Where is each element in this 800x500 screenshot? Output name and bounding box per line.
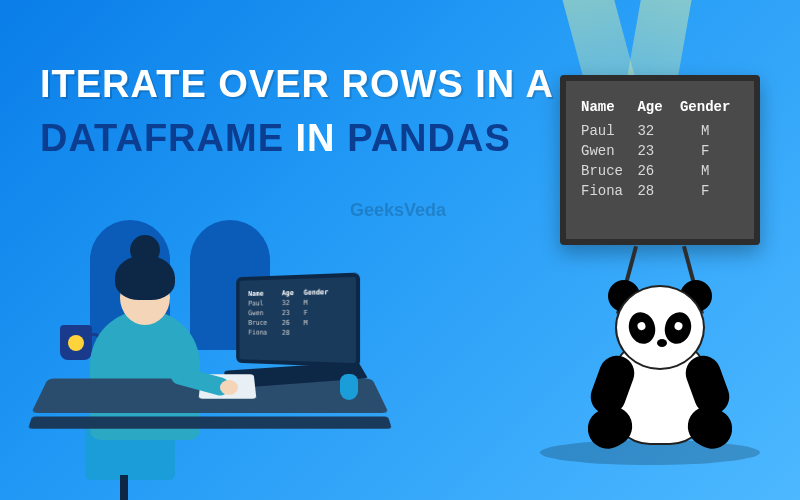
- table-row: Fiona 28 F: [581, 181, 739, 201]
- table-row: Gwen 23 F: [581, 141, 739, 161]
- coffee-mug-icon: [60, 325, 92, 360]
- python-logo-icon: [68, 335, 84, 351]
- dataframe-chalkboard: Name Age Gender Paul 32 M Gwen 23 F Bruc…: [560, 75, 760, 245]
- person-at-desk-illustration: Name Age Gender Paul32M Gwen23F Bruce26M…: [30, 220, 410, 500]
- chair-leg: [120, 475, 128, 500]
- table-header-name: Name: [581, 99, 637, 121]
- watermark-text: GeeksVeda: [350, 200, 446, 221]
- panda-illustration: [580, 275, 740, 445]
- desk-edge: [28, 416, 392, 428]
- table-header-gender: Gender: [671, 99, 739, 121]
- table-row: Bruce 26 M: [581, 161, 739, 181]
- person-hair-bun: [130, 235, 160, 265]
- main-title: ITERATE OVER ROWS IN A DATAFRAME IN PAND…: [40, 60, 554, 164]
- dataframe-table: Name Age Gender Paul 32 M Gwen 23 F Bruc…: [581, 99, 739, 201]
- title-line-2: DATAFRAME IN PANDAS: [40, 114, 554, 163]
- table-header-age: Age: [637, 99, 671, 121]
- title-word-pandas: PANDAS: [347, 117, 511, 159]
- title-word-in: IN: [296, 117, 336, 159]
- computer-mouse-icon: [340, 374, 358, 400]
- title-word-dataframe: DATAFRAME: [40, 117, 284, 159]
- laptop-screen: Name Age Gender Paul32M Gwen23F Bruce26M…: [236, 273, 360, 368]
- title-line-1: ITERATE OVER ROWS IN A: [40, 60, 554, 109]
- table-row: Paul 32 M: [581, 121, 739, 141]
- person-hand: [220, 380, 238, 395]
